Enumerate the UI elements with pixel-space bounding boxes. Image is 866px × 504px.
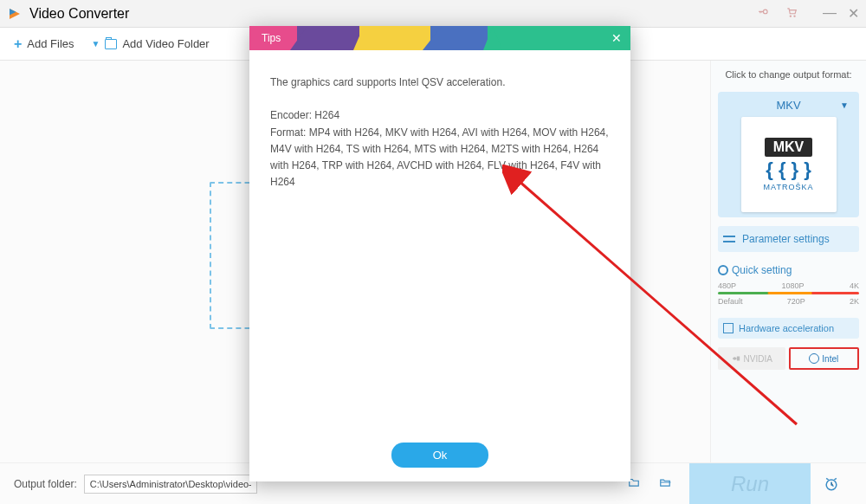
folder-icon (105, 39, 117, 49)
format-thumbnail: MKV { { } } MATROŠKA (741, 117, 837, 212)
format-brand: MATROŠKA (764, 183, 814, 191)
nvidia-icon (731, 354, 741, 363)
format-badge: MKV (765, 138, 813, 157)
sidebar-title: Click to change output format: (718, 69, 859, 80)
quick-setting-label: Quick setting (718, 264, 859, 276)
key-icon[interactable] (757, 6, 771, 21)
quick-setting-slider[interactable] (718, 292, 859, 294)
run-label: Run (731, 472, 769, 496)
minimize-button[interactable]: — (823, 5, 835, 22)
modal-body: The graphics card supports Intel QSV acc… (249, 50, 630, 429)
parameter-settings-button[interactable]: Parameter settings (718, 226, 859, 252)
modal-line3: Format: MP4 with H264, MKV with H264, AV… (270, 125, 610, 191)
intel-icon (809, 353, 819, 364)
qs-2k: 2K (850, 297, 859, 306)
chip-icon (723, 323, 734, 333)
svg-marker-4 (483, 26, 502, 50)
plus-icon: + (14, 36, 22, 52)
open-folder-icon[interactable] (658, 476, 672, 492)
qs-default: Default (718, 297, 743, 306)
alarm-icon (823, 475, 840, 493)
output-folder-label: Output folder: (14, 478, 77, 490)
qs-480p: 480P (718, 281, 736, 290)
sliders-icon (723, 235, 735, 243)
ok-button[interactable]: Ok (391, 443, 489, 468)
braces-icon: { { } } (766, 158, 811, 181)
modal-line2: Encoder: H264 (270, 107, 610, 124)
hw-accel-label: Hardware acceleration (739, 323, 834, 333)
intel-label: Intel (822, 354, 838, 364)
output-format-card[interactable]: MKV ▼ MKV { { } } MATROŠKA (718, 92, 859, 217)
app-title: Video Converter (29, 6, 129, 22)
qs-720p: 720P (787, 297, 805, 306)
titlebar: Video Converter — ✕ (0, 0, 866, 28)
run-button[interactable]: Run (689, 463, 811, 505)
modal-title: Tips (262, 32, 281, 44)
tips-modal: Tips ✕ The graphics card supports Intel … (249, 26, 630, 481)
nvidia-button[interactable]: NVIDIA (718, 347, 785, 370)
add-folder-label: Add Video Folder (122, 37, 209, 50)
quick-setting-section: Quick setting 480P 1080P 4K Default 720P… (718, 261, 859, 309)
format-dropdown-icon: ▼ (840, 100, 849, 110)
svg-marker-1 (290, 26, 307, 50)
add-files-dropdown[interactable]: ▼ (92, 39, 100, 48)
alarm-button[interactable] (811, 463, 852, 505)
sidebar: Click to change output format: MKV ▼ MKV… (710, 61, 866, 462)
svg-marker-3 (423, 26, 442, 50)
modal-close-button[interactable]: ✕ (611, 31, 622, 45)
svg-marker-2 (353, 26, 374, 50)
hardware-acceleration-button[interactable]: Hardware acceleration (718, 318, 859, 339)
add-video-folder-button[interactable]: Add Video Folder (105, 37, 209, 50)
cart-icon[interactable] (785, 6, 798, 21)
modal-footer: Ok (249, 429, 630, 481)
add-files-label: Add Files (27, 37, 74, 50)
param-label: Parameter settings (742, 233, 830, 245)
modal-line1: The graphics card supports Intel QSV acc… (270, 74, 610, 91)
format-name: MKV (776, 99, 800, 112)
nvidia-label: NVIDIA (744, 354, 772, 364)
close-button[interactable]: ✕ (847, 5, 859, 22)
modal-header: Tips ✕ (249, 26, 630, 50)
qs-4k: 4K (850, 281, 859, 290)
app-logo-icon (7, 6, 23, 22)
output-folder-input[interactable] (84, 475, 257, 494)
add-files-button[interactable]: + Add Files (14, 36, 74, 52)
intel-button[interactable]: Intel (789, 347, 860, 370)
qs-1080p: 1080P (781, 281, 804, 290)
